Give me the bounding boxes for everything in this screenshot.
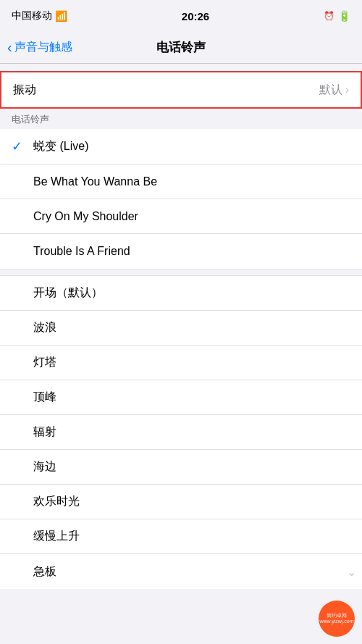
back-button[interactable]: ‹ 声音与触感: [7, 40, 72, 56]
system-tone-label: 急板: [33, 564, 56, 580]
list-item[interactable]: 顶峰: [0, 380, 362, 415]
list-item[interactable]: 灯塔: [0, 346, 362, 380]
system-tone-label: 欢乐时光: [33, 494, 80, 509]
status-time: 20:26: [182, 10, 209, 22]
list-item[interactable]: 急板 ⌄: [0, 554, 362, 589]
list-item[interactable]: ✓ 蜕变 (Live): [0, 129, 362, 164]
ringtone-section-header: 电话铃声: [0, 109, 362, 129]
list-item[interactable]: Trouble Is A Friend: [0, 234, 362, 269]
vibration-value: 默认 ›: [319, 83, 349, 98]
chevron-right-icon: ›: [345, 83, 349, 96]
back-label: 声音与触感: [14, 40, 72, 55]
ringtone-item-label: Cry On My Shoulder: [33, 210, 138, 223]
section-divider: [0, 269, 362, 276]
back-chevron-icon: ‹: [7, 39, 12, 56]
system-tone-label: 顶峰: [33, 390, 56, 405]
ringtone-list: ✓ 蜕变 (Live) Be What You Wanna Be Cry On …: [0, 129, 362, 269]
watermark: 简约卓网www.yizwj.com: [319, 601, 355, 637]
list-item[interactable]: 缓慢上升: [0, 519, 362, 554]
system-tone-label: 波浪: [33, 320, 56, 335]
system-tone-label: 海边: [33, 459, 56, 474]
list-item[interactable]: 波浪: [0, 311, 362, 346]
checkmark-icon: ✓: [12, 138, 26, 154]
status-bar: 中国移动 📶 20:26 ⏰ 🔋: [0, 0, 362, 32]
carrier-label: 中国移动: [12, 9, 52, 22]
vibration-highlighted-section: 振动 默认 ›: [0, 71, 362, 109]
scroll-indicator: ⌄: [347, 565, 356, 579]
list-item[interactable]: 辐射: [0, 415, 362, 450]
list-item[interactable]: 欢乐时光: [0, 485, 362, 519]
page-title: 电话铃声: [156, 39, 206, 56]
system-tone-label: 辐射: [33, 425, 56, 440]
list-item[interactable]: 开场（默认）: [0, 276, 362, 311]
list-item[interactable]: Be What You Wanna Be: [0, 164, 362, 199]
status-left: 中国移动 📶: [12, 9, 67, 22]
vibration-label: 振动: [13, 83, 36, 98]
wifi-icon: 📶: [55, 10, 67, 22]
status-right: ⏰ 🔋: [324, 10, 350, 22]
battery-icon: 🔋: [338, 10, 350, 22]
system-tone-label: 灯塔: [33, 355, 56, 370]
navigation-bar: ‹ 声音与触感 电话铃声: [0, 32, 362, 64]
ringtone-item-label: Trouble Is A Friend: [33, 245, 130, 258]
system-tone-label: 缓慢上升: [33, 529, 80, 544]
vibration-row[interactable]: 振动 默认 ›: [1, 72, 361, 107]
list-item[interactable]: Cry On My Shoulder: [0, 199, 362, 234]
watermark-text: 简约卓网www.yizwj.com: [319, 613, 353, 625]
system-tone-label: 开场（默认）: [33, 285, 103, 301]
list-item[interactable]: 海边: [0, 450, 362, 485]
alarm-icon: ⏰: [324, 11, 334, 21]
system-tones-list: 开场（默认） 波浪 灯塔 顶峰 辐射 海边 欢乐时光 缓慢上升 急板 ⌄: [0, 276, 362, 589]
ringtone-item-label: 蜕变 (Live): [33, 139, 88, 154]
vibration-value-text: 默认: [319, 83, 342, 98]
ringtone-item-label: Be What You Wanna Be: [33, 175, 157, 188]
